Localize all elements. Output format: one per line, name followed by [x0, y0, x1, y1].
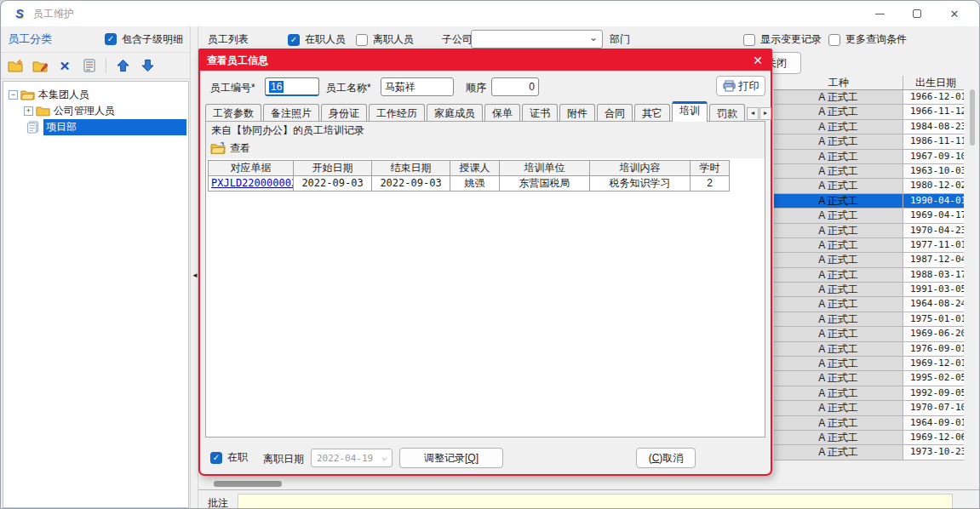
employee-table-body: A 正式工1966-12-01A 正式工1966-11-12A 正式工1984-… — [774, 90, 964, 460]
employee-row[interactable]: A 正式工1992-09-05 — [774, 386, 964, 401]
employed-checkbox[interactable]: ✓ 在职 — [210, 450, 248, 465]
employee-row[interactable]: A 正式工1991-03-05 — [774, 283, 964, 297]
tab-insurance[interactable]: 保单 — [484, 104, 520, 122]
chevron-down-icon: ⌄ — [381, 450, 387, 462]
tree-item-project-dept[interactable]: 项目部 — [26, 119, 188, 135]
training-col-hours[interactable]: 学时 — [691, 161, 730, 176]
employee-row[interactable]: A 正式工1969-12-06 — [774, 431, 964, 445]
training-lecturer-cell: 姚强 — [450, 176, 500, 192]
training-col-end[interactable]: 结束日期 — [372, 161, 450, 176]
employee-row[interactable]: A 正式工1964-09-01 — [774, 416, 964, 431]
employee-row[interactable]: A 正式工1970-07-10 — [774, 401, 964, 415]
employee-row[interactable]: A 正式工1977-11-01 — [774, 238, 964, 253]
employee-row[interactable]: A 正式工1969-04-17 — [774, 209, 964, 223]
employee-row[interactable]: A 正式工1966-12-01 — [774, 90, 964, 105]
printer-icon — [723, 80, 736, 92]
tree-item-group[interactable]: − 本集团人员 — [9, 87, 188, 103]
employee-row[interactable]: A 正式工1995-02-05 — [774, 371, 964, 386]
window-close-button[interactable]: ✕ — [948, 8, 960, 20]
cancel-button[interactable]: (C)取消 — [636, 448, 696, 468]
training-col-lecturer[interactable]: 授课人 — [450, 161, 500, 176]
employee-row[interactable]: A 正式工1984-08-23 — [774, 120, 964, 134]
training-col-doc[interactable]: 对应单据 — [209, 161, 294, 176]
order-input[interactable]: 0 — [491, 77, 539, 96]
tab-id-card[interactable]: 身份证 — [321, 104, 367, 122]
move-down-button[interactable] — [139, 57, 156, 74]
active-employees-checkbox[interactable]: ✓ 在职人员 — [288, 32, 346, 47]
training-col-start[interactable]: 开始日期 — [294, 161, 372, 176]
employee-row[interactable]: A 正式工1988-03-17 — [774, 268, 964, 283]
column-header-birth-date[interactable]: 出生日期 — [903, 76, 964, 89]
employee-row[interactable]: A 正式工1975-01-01 — [774, 312, 964, 327]
employee-name-input[interactable]: 马茹祥 — [381, 77, 454, 96]
expander-minus-icon[interactable]: − — [9, 90, 18, 100]
employee-row[interactable]: A 正式工1980-12-02 — [774, 179, 964, 193]
employee-row[interactable]: A 正式工1973-10-23 — [774, 445, 964, 460]
checkbox-unchecked-icon — [828, 34, 840, 46]
job-type-cell: A 正式工 — [774, 297, 903, 312]
minimize-button[interactable] — [874, 8, 885, 20]
column-header-job-type[interactable]: 工种 — [774, 76, 903, 89]
tab-family-members[interactable]: 家庭成员 — [427, 104, 483, 122]
tab-salary-params[interactable]: 工资参数 — [205, 104, 261, 122]
employee-row[interactable]: A 正式工1986-11-11 — [774, 134, 964, 149]
view-button[interactable]: 查看 — [230, 141, 250, 156]
vertical-scrollbar[interactable] — [969, 77, 976, 460]
move-up-button[interactable] — [114, 57, 131, 74]
panel-splitter[interactable]: ◄ — [190, 26, 198, 508]
dialog-close-button[interactable]: ✕ — [745, 54, 771, 67]
employee-row[interactable]: A 正式工1966-11-12 — [774, 105, 964, 119]
training-col-org[interactable]: 培训单位 — [500, 161, 590, 176]
employee-row[interactable]: A 正式工1969-12-01 — [774, 357, 964, 371]
tab-scroll-right-button[interactable]: ▸ — [759, 107, 771, 120]
employee-row[interactable]: A 正式工1963-10-03 — [774, 164, 964, 179]
job-type-cell: A 正式工 — [774, 164, 903, 179]
scrollbar-thumb[interactable] — [970, 89, 975, 146]
tab-remarks-photo[interactable]: 备注照片 — [263, 104, 319, 122]
birth-date-cell: 1977-11-01 — [903, 238, 964, 253]
sidebar: 员工分类 ✓ 包含子级明细 ✕ — [1, 26, 190, 508]
more-filters-checkbox[interactable]: 更多查询条件 — [828, 32, 907, 47]
employee-row[interactable]: A 正式工1987-12-04 — [774, 253, 964, 267]
employee-code-input[interactable]: 16 — [265, 77, 319, 96]
training-col-content[interactable]: 培训内容 — [590, 161, 691, 176]
adjust-records-button[interactable]: 调整记录[Q] — [399, 448, 503, 468]
expander-plus-icon[interactable]: + — [24, 106, 33, 116]
add-category-button[interactable] — [7, 57, 24, 74]
tab-contracts[interactable]: 合同 — [597, 104, 633, 122]
employee-row[interactable]: A 正式工1990-04-01 — [774, 194, 964, 209]
include-children-checkbox[interactable]: ✓ 包含子级明细 — [105, 32, 183, 47]
delete-category-button[interactable]: ✕ — [56, 57, 73, 74]
print-button[interactable]: 打印 — [716, 76, 765, 96]
employee-row[interactable]: A 正式工1967-09-10 — [774, 150, 964, 164]
annotation-input[interactable] — [238, 494, 953, 509]
employee-list-label: 员工列表 — [208, 32, 249, 47]
maximize-button[interactable] — [911, 8, 923, 20]
filter-bar: 员工列表 ✓ 在职人员 离职人员 子公司 ⌄ 部门 ⌄ 显示变更记录 — [198, 26, 979, 50]
employee-table: 工种 出生日期 A 正式工1966-12-01A 正式工1966-11-12A … — [774, 76, 964, 462]
subsidiary-select[interactable]: ⌄ — [471, 30, 603, 49]
training-doc-link[interactable]: PXJLD220000002 — [209, 176, 294, 192]
tab-fines[interactable]: 罚款 — [709, 104, 745, 122]
selected-text: 16 — [269, 81, 284, 93]
tab-scroll-left-button[interactable]: ◂ — [747, 107, 759, 120]
birth-date-cell: 1976-09-01 — [903, 342, 964, 357]
employee-row[interactable]: A 正式工1964-08-24 — [774, 297, 964, 312]
show-changes-checkbox[interactable]: 显示变更记录 — [743, 32, 822, 47]
view-report-button[interactable] — [81, 57, 98, 74]
employee-row[interactable]: A 正式工1970-04-23 — [774, 224, 964, 238]
employee-row[interactable]: A 正式工1976-09-01 — [774, 342, 964, 357]
tab-certificates[interactable]: 证书 — [522, 104, 558, 122]
tab-other[interactable]: 其它 — [634, 104, 670, 122]
tab-training[interactable]: 培训 — [672, 101, 708, 122]
birth-date-cell: 1970-07-10 — [903, 401, 964, 415]
employee-row[interactable]: A 正式工1969-06-20 — [774, 327, 964, 341]
maximize-icon — [913, 9, 921, 18]
tab-attachments[interactable]: 附件 — [559, 104, 595, 122]
inactive-employees-checkbox[interactable]: 离职人员 — [356, 32, 414, 47]
tab-work-history[interactable]: 工作经历 — [369, 104, 425, 122]
collapse-arrow-icon[interactable]: ◄ — [192, 272, 198, 279]
tree-item-management[interactable]: + 公司管理人员 — [24, 103, 188, 119]
horizontal-scrollbar-thumb[interactable] — [214, 481, 282, 487]
edit-category-button[interactable] — [32, 57, 49, 74]
